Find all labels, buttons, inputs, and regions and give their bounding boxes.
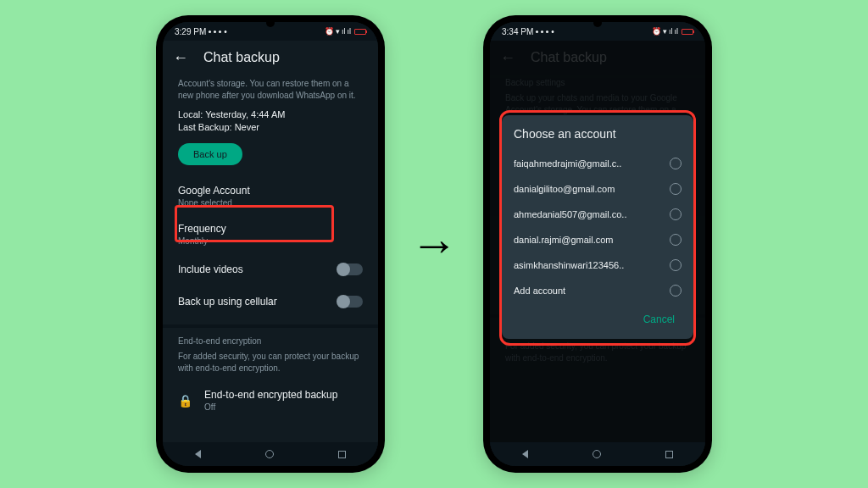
include-videos-row[interactable]: Include videos: [178, 253, 363, 286]
encryption-desc: For added security, you can protect your…: [178, 351, 363, 374]
signal-icon-2: ıl: [675, 27, 679, 36]
encrypted-backup-sub: Off: [204, 402, 337, 412]
encryption-section-label: End-to-end encryption: [178, 336, 363, 346]
include-videos-label: Include videos: [178, 263, 243, 275]
account-option[interactable]: danialgilitoo@gmail.com: [514, 176, 682, 202]
radio-icon[interactable]: [670, 259, 682, 271]
page-title: Chat backup: [203, 50, 280, 65]
phone-right: 3:34 PM • ⏰ ▾ ıl ıl ← Chat backup Backup…: [483, 15, 712, 473]
battery-icon: [354, 29, 366, 35]
account-option[interactable]: asimkhanshinwari123456..: [514, 252, 682, 278]
cellular-row[interactable]: Back up using cellular: [178, 286, 363, 318]
camera-notch: [266, 19, 275, 27]
lock-icon: 🔒: [178, 394, 192, 408]
signal-icon: ıl: [342, 27, 346, 36]
radio-icon[interactable]: [670, 285, 682, 297]
screen-left: 3:29 PM • ⏰ ▾ ıl ıl ← Chat backup Accoun…: [163, 22, 378, 466]
highlight-google-account: [175, 205, 334, 242]
add-account-option[interactable]: Add account: [514, 278, 682, 303]
cancel-button[interactable]: Cancel: [637, 308, 682, 330]
screen-right: 3:34 PM • ⏰ ▾ ıl ıl ← Chat backup Backup…: [490, 22, 705, 466]
more-icon: •: [224, 27, 227, 36]
nav-recent-icon[interactable]: [338, 451, 346, 458]
nav-back-icon[interactable]: [522, 450, 528, 458]
alarm-icon: ⏰: [652, 27, 661, 36]
radio-icon[interactable]: [670, 183, 682, 195]
backup-button[interactable]: Back up: [178, 143, 242, 165]
status-time: 3:34 PM: [502, 27, 533, 36]
radio-icon[interactable]: [670, 158, 682, 169]
title-bar: ← Chat backup: [163, 41, 378, 75]
camera-notch: [593, 19, 602, 27]
signal-icon-2: ıl: [348, 27, 352, 36]
signal-icon: ıl: [669, 27, 673, 36]
add-account-label: Add account: [514, 286, 670, 296]
backup-description: Account's storage. You can restore them …: [178, 78, 363, 101]
nav-bar: [490, 442, 705, 466]
local-backup-line: Local: Yesterday, 4:44 AM: [178, 109, 363, 119]
battery-icon: [682, 29, 693, 35]
last-backup-line: Last Backup: Never: [178, 122, 363, 132]
phone-left: 3:29 PM • ⏰ ▾ ıl ıl ← Chat backup Accoun…: [156, 15, 385, 473]
nav-recent-icon[interactable]: [665, 451, 673, 458]
encrypted-backup-title: End-to-end encrypted backup: [204, 389, 337, 401]
status-time: 3:29 PM: [175, 27, 206, 36]
arrow-right-icon: →: [410, 217, 458, 272]
wifi-icon: ▾: [663, 27, 667, 36]
cellular-toggle[interactable]: [337, 296, 363, 308]
cellular-label: Back up using cellular: [178, 296, 277, 308]
alarm-icon: ⏰: [325, 27, 334, 36]
more-icon: •: [551, 27, 554, 36]
account-option[interactable]: faiqahmedrajmi@gmail.c..: [514, 151, 682, 176]
choose-account-dialog: Choose an account faiqahmedrajmi@gmail.c…: [502, 115, 693, 339]
nav-back-icon[interactable]: [195, 450, 201, 458]
include-videos-toggle[interactable]: [337, 263, 363, 275]
dialog-title: Choose an account: [514, 127, 682, 141]
radio-icon[interactable]: [670, 234, 682, 246]
encrypted-backup-row[interactable]: 🔒 End-to-end encrypted backup Off: [178, 382, 363, 419]
nav-home-icon[interactable]: [265, 450, 274, 458]
back-arrow-icon[interactable]: ←: [173, 49, 188, 67]
wifi-icon: ▾: [336, 27, 340, 36]
account-option[interactable]: ahmedanial507@gmail.co..: [514, 202, 682, 227]
nav-bar: [163, 442, 378, 466]
nav-home-icon[interactable]: [593, 450, 601, 458]
google-account-title: Google Account: [178, 185, 363, 197]
account-option[interactable]: danial.rajmi@gmail.com: [514, 227, 682, 252]
radio-icon[interactable]: [670, 208, 682, 220]
